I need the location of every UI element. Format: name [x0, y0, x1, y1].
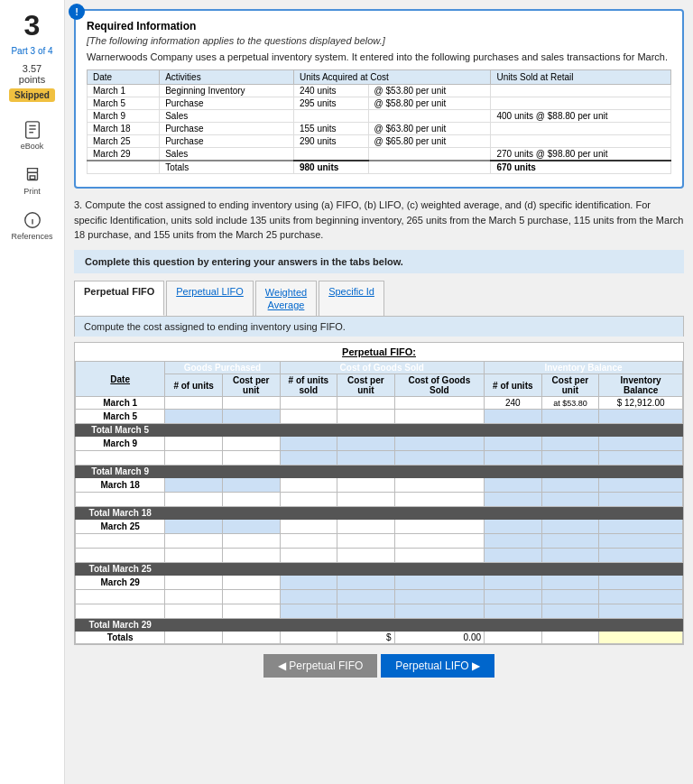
date-march1: March 1 [76, 397, 165, 410]
info-row-march5: March 5 Purchase 295 units @ $58.80 per … [88, 97, 671, 110]
march5-gp-cost[interactable] [222, 410, 280, 424]
march18-gp-cost[interactable] [222, 478, 280, 493]
march18-sub-inv-cost[interactable] [541, 493, 599, 507]
march25-sub2-inv-balance[interactable] [599, 549, 683, 563]
header-goods-purchased: Goods Purchased [165, 362, 280, 374]
row-march29-sub1 [76, 590, 683, 604]
march9-sub-inv-balance[interactable] [599, 451, 683, 466]
row-march29-sub2 [76, 604, 683, 619]
sidebar-item-references[interactable]: References [11, 210, 52, 241]
next-button[interactable]: Perpetual LIFO ▶ [381, 654, 494, 678]
sidebar-item-print[interactable]: Print [23, 165, 42, 196]
march29-inv-balance[interactable] [599, 576, 683, 590]
row-march25-sub1 [76, 534, 683, 549]
march18-inv-units[interactable] [485, 478, 542, 493]
march29-sub1-cogs-cost[interactable] [337, 590, 395, 604]
march29-cogs-units[interactable] [280, 576, 337, 590]
march29-sub1-inv-balance[interactable] [599, 590, 683, 604]
march9-cogs-val[interactable] [394, 437, 484, 451]
row-total-march5: Total March 5 [76, 424, 683, 437]
col-units-acquired-header: Units Acquired at Cost [293, 70, 491, 85]
march9-gp-cost [222, 437, 280, 451]
march29-sub2-inv-balance[interactable] [599, 604, 683, 619]
march29-sub2-cogs-val[interactable] [394, 604, 484, 619]
march18-sub-inv-units[interactable] [485, 493, 542, 507]
col-units-sold-header: Units Sold at Retail [491, 70, 671, 85]
row-march5: March 5 [76, 410, 683, 424]
march9-sub-cogs-units[interactable] [280, 451, 337, 466]
march29-sub2-inv-units[interactable] [485, 604, 542, 619]
totals-label: Totals [76, 632, 165, 644]
march5-inv-balance[interactable] [599, 410, 683, 424]
info-row-march29: March 29 Sales 270 units @ $98.80 per un… [88, 148, 671, 161]
march25-sub2-inv-cost[interactable] [541, 549, 599, 563]
total-march5-inv-units [485, 424, 542, 437]
ebook-icon [23, 120, 42, 140]
march5-cogs-val [394, 410, 484, 424]
fifo-table: Date Goods Purchased Cost of Goods Sold … [75, 361, 683, 644]
header-cogs-col: Cost of Goods Sold [394, 374, 484, 397]
march29-sub2-cogs-units[interactable] [280, 604, 337, 619]
tab-specific-id[interactable]: Specific Id [319, 281, 384, 317]
march9-sub-inv-cost[interactable] [541, 451, 599, 466]
march5-inv-units[interactable] [485, 410, 542, 424]
march25-inv-balance[interactable] [599, 520, 683, 534]
march5-inv-cost[interactable] [541, 410, 599, 424]
info-icon: ! [69, 4, 85, 20]
march9-sub-cogs-val[interactable] [394, 451, 484, 466]
tab-perpetual-fifo[interactable]: Perpetual FIFO [74, 281, 164, 317]
march25-sub1-inv-cost[interactable] [541, 534, 599, 549]
march25-inv-units[interactable] [485, 520, 542, 534]
march29-inv-cost[interactable] [541, 576, 599, 590]
sidebar-item-ebook[interactable]: eBook [21, 120, 44, 151]
row-total-march29: Total March 29 [76, 619, 683, 632]
totals-cogs-value: 0.00 [394, 632, 484, 644]
march29-cogs-val[interactable] [394, 576, 484, 590]
march9-inv-balance[interactable] [599, 437, 683, 451]
march29-inv-units[interactable] [485, 576, 542, 590]
march25-sub1-inv-units[interactable] [485, 534, 542, 549]
part-label: Part 3 of 4 [11, 46, 52, 56]
march9-sub-cogs-cost[interactable] [337, 451, 395, 466]
march5-gp-units[interactable] [165, 410, 223, 424]
total-march5-cogs-val [394, 424, 484, 437]
march29-sub1-inv-cost[interactable] [541, 590, 599, 604]
march9-cogs-units[interactable] [280, 437, 337, 451]
march25-gp-cost[interactable] [222, 520, 280, 534]
total-march5-label: Total March 5 [76, 424, 165, 437]
march9-inv-cost[interactable] [541, 437, 599, 451]
march25-inv-cost[interactable] [541, 520, 599, 534]
march18-inv-cost[interactable] [541, 478, 599, 493]
march29-sub1-inv-units[interactable] [485, 590, 542, 604]
svg-rect-5 [30, 176, 35, 180]
total-march25-label: Total March 25 [76, 563, 165, 576]
march9-inv-units[interactable] [485, 437, 542, 451]
march25-gp-units[interactable] [165, 520, 223, 534]
sidebar: 3 Part 3 of 4 3.57points Skipped eBook P… [0, 0, 65, 784]
march9-cogs-cost[interactable] [337, 437, 395, 451]
prev-button[interactable]: ◀ Perpetual FIFO [263, 654, 377, 678]
skipped-badge: Skipped [9, 88, 55, 102]
march29-sub2-inv-cost[interactable] [541, 604, 599, 619]
required-info-body: Warnerwoods Company uses a perpetual inv… [87, 51, 671, 62]
col-activities-header: Activities [160, 70, 294, 85]
march9-sub-inv-units[interactable] [485, 451, 542, 466]
date-march5: March 5 [76, 410, 165, 424]
tab-perpetual-lifo[interactable]: Perpetual LIFO [166, 281, 254, 317]
march25-sub1-inv-balance[interactable] [599, 534, 683, 549]
march18-inv-balance[interactable] [599, 478, 683, 493]
tab-weighted-average[interactable]: WeightedAverage [255, 281, 317, 317]
march29-cogs-cost[interactable] [337, 576, 395, 590]
date-march18: March 18 [76, 478, 165, 493]
march29-sub2-cogs-cost[interactable] [337, 604, 395, 619]
total-march5-gp-cost [222, 424, 280, 437]
march25-sub2-inv-units[interactable] [485, 549, 542, 563]
march5-cogs-units [280, 410, 337, 424]
date-march9: March 9 [76, 437, 165, 451]
march29-sub1-cogs-units[interactable] [280, 590, 337, 604]
row-march18-sub [76, 493, 683, 507]
march18-gp-units[interactable] [165, 478, 223, 493]
march18-sub-inv-balance[interactable] [599, 493, 683, 507]
fifo-title: Perpetual FIFO: [75, 343, 683, 361]
march29-sub1-cogs-val[interactable] [394, 590, 484, 604]
